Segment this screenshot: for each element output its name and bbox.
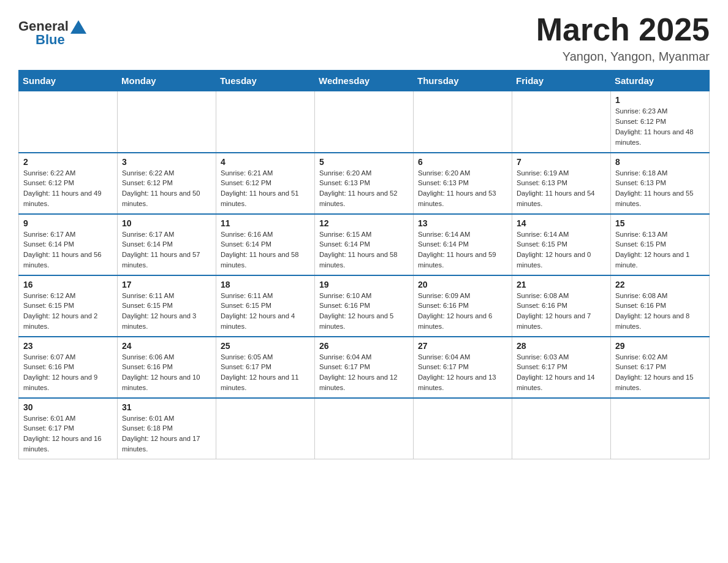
day-info: Sunrise: 6:21 AM Sunset: 6:12 PM Dayligh… [221, 168, 310, 209]
week-row-5: 23Sunrise: 6:07 AM Sunset: 6:16 PM Dayli… [19, 337, 710, 398]
calendar-cell: 28Sunrise: 6:03 AM Sunset: 6:17 PM Dayli… [512, 337, 611, 398]
calendar-cell [315, 91, 414, 153]
day-header-saturday: Saturday [611, 71, 710, 91]
calendar-cell: 17Sunrise: 6:11 AM Sunset: 6:15 PM Dayli… [118, 275, 216, 337]
calendar-cell: 24Sunrise: 6:06 AM Sunset: 6:16 PM Dayli… [118, 337, 216, 398]
day-number: 28 [517, 341, 606, 351]
week-row-2: 2Sunrise: 6:22 AM Sunset: 6:12 PM Daylig… [19, 153, 710, 214]
calendar-cell [216, 398, 315, 459]
day-info: Sunrise: 6:14 AM Sunset: 6:15 PM Dayligh… [517, 229, 606, 270]
day-number: 31 [122, 402, 211, 412]
day-number: 8 [615, 157, 705, 167]
calendar-cell: 19Sunrise: 6:10 AM Sunset: 6:16 PM Dayli… [315, 275, 414, 337]
week-row-6: 30Sunrise: 6:01 AM Sunset: 6:17 PM Dayli… [19, 398, 710, 459]
day-info: Sunrise: 6:22 AM Sunset: 6:12 PM Dayligh… [23, 168, 113, 209]
day-number: 1 [615, 95, 705, 105]
day-info: Sunrise: 6:19 AM Sunset: 6:13 PM Dayligh… [517, 168, 606, 209]
day-number: 4 [221, 157, 310, 167]
day-number: 21 [517, 280, 606, 289]
calendar-cell: 12Sunrise: 6:15 AM Sunset: 6:14 PM Dayli… [315, 214, 414, 275]
day-info: Sunrise: 6:15 AM Sunset: 6:14 PM Dayligh… [319, 229, 409, 270]
day-number: 22 [615, 280, 705, 289]
day-number: 13 [418, 218, 507, 228]
calendar-cell [19, 91, 118, 153]
calendar-subtitle: Yangon, Yangon, Myanmar [536, 50, 710, 64]
day-header-wednesday: Wednesday [315, 71, 414, 91]
calendar-cell: 22Sunrise: 6:08 AM Sunset: 6:16 PM Dayli… [611, 275, 710, 337]
day-info: Sunrise: 6:04 AM Sunset: 6:17 PM Dayligh… [319, 352, 409, 393]
day-info: Sunrise: 6:17 AM Sunset: 6:14 PM Dayligh… [122, 229, 211, 270]
day-info: Sunrise: 6:20 AM Sunset: 6:13 PM Dayligh… [319, 168, 409, 209]
day-info: Sunrise: 6:23 AM Sunset: 6:12 PM Dayligh… [615, 106, 705, 147]
calendar-cell: 14Sunrise: 6:14 AM Sunset: 6:15 PM Dayli… [512, 214, 611, 275]
calendar-cell: 10Sunrise: 6:17 AM Sunset: 6:14 PM Dayli… [118, 214, 216, 275]
day-number: 23 [23, 341, 113, 351]
day-info: Sunrise: 6:04 AM Sunset: 6:17 PM Dayligh… [418, 352, 507, 393]
calendar-cell [216, 91, 315, 153]
calendar-cell: 6Sunrise: 6:20 AM Sunset: 6:13 PM Daylig… [414, 153, 512, 214]
calendar-cell: 31Sunrise: 6:01 AM Sunset: 6:18 PM Dayli… [118, 398, 216, 459]
calendar-cell [414, 91, 512, 153]
calendar-cell: 13Sunrise: 6:14 AM Sunset: 6:14 PM Dayli… [414, 214, 512, 275]
calendar-cell: 25Sunrise: 6:05 AM Sunset: 6:17 PM Dayli… [216, 337, 315, 398]
day-info: Sunrise: 6:10 AM Sunset: 6:16 PM Dayligh… [319, 291, 409, 332]
week-row-1: 1Sunrise: 6:23 AM Sunset: 6:12 PM Daylig… [19, 91, 710, 153]
calendar-cell: 7Sunrise: 6:19 AM Sunset: 6:13 PM Daylig… [512, 153, 611, 214]
day-number: 16 [23, 280, 113, 289]
day-number: 11 [221, 218, 310, 228]
day-number: 7 [517, 157, 606, 167]
calendar-cell [414, 398, 512, 459]
calendar-cell: 20Sunrise: 6:09 AM Sunset: 6:16 PM Dayli… [414, 275, 512, 337]
day-number: 9 [23, 218, 113, 228]
day-info: Sunrise: 6:18 AM Sunset: 6:13 PM Dayligh… [615, 168, 705, 209]
calendar-cell: 15Sunrise: 6:13 AM Sunset: 6:15 PM Dayli… [611, 214, 710, 275]
day-headers-row: SundayMondayTuesdayWednesdayThursdayFrid… [19, 71, 710, 91]
day-header-thursday: Thursday [414, 71, 512, 91]
day-number: 14 [517, 218, 606, 228]
day-header-monday: Monday [118, 71, 216, 91]
calendar-cell [315, 398, 414, 459]
day-number: 15 [615, 218, 705, 228]
title-area: March 2025 Yangon, Yangon, Myanmar [536, 12, 710, 64]
day-info: Sunrise: 6:20 AM Sunset: 6:13 PM Dayligh… [418, 168, 507, 209]
calendar-cell: 16Sunrise: 6:12 AM Sunset: 6:15 PM Dayli… [19, 275, 118, 337]
day-number: 30 [23, 402, 113, 412]
day-header-friday: Friday [512, 71, 611, 91]
day-number: 20 [418, 280, 507, 289]
day-number: 10 [122, 218, 211, 228]
day-info: Sunrise: 6:22 AM Sunset: 6:12 PM Dayligh… [122, 168, 211, 209]
calendar-cell: 5Sunrise: 6:20 AM Sunset: 6:13 PM Daylig… [315, 153, 414, 214]
calendar-cell: 11Sunrise: 6:16 AM Sunset: 6:14 PM Dayli… [216, 214, 315, 275]
week-row-3: 9Sunrise: 6:17 AM Sunset: 6:14 PM Daylig… [19, 214, 710, 275]
day-number: 3 [122, 157, 211, 167]
day-info: Sunrise: 6:08 AM Sunset: 6:16 PM Dayligh… [517, 291, 606, 332]
calendar-cell: 8Sunrise: 6:18 AM Sunset: 6:13 PM Daylig… [611, 153, 710, 214]
header: General Blue March 2025 Yangon, Yangon, … [18, 12, 710, 64]
logo: General Blue [18, 12, 86, 48]
logo-triangle-icon [70, 20, 86, 34]
calendar-title: March 2025 [536, 12, 710, 47]
day-info: Sunrise: 6:16 AM Sunset: 6:14 PM Dayligh… [221, 229, 310, 270]
day-number: 29 [615, 341, 705, 351]
calendar-cell: 1Sunrise: 6:23 AM Sunset: 6:12 PM Daylig… [611, 91, 710, 153]
calendar-cell: 27Sunrise: 6:04 AM Sunset: 6:17 PM Dayli… [414, 337, 512, 398]
day-number: 24 [122, 341, 211, 351]
day-number: 2 [23, 157, 113, 167]
day-info: Sunrise: 6:05 AM Sunset: 6:17 PM Dayligh… [221, 352, 310, 393]
calendar-cell: 21Sunrise: 6:08 AM Sunset: 6:16 PM Dayli… [512, 275, 611, 337]
day-number: 19 [319, 280, 409, 289]
calendar-cell [118, 91, 216, 153]
day-number: 17 [122, 280, 211, 289]
calendar-cell: 23Sunrise: 6:07 AM Sunset: 6:16 PM Dayli… [19, 337, 118, 398]
day-info: Sunrise: 6:01 AM Sunset: 6:17 PM Dayligh… [23, 413, 113, 454]
day-info: Sunrise: 6:17 AM Sunset: 6:14 PM Dayligh… [23, 229, 113, 270]
calendar-cell: 26Sunrise: 6:04 AM Sunset: 6:17 PM Dayli… [315, 337, 414, 398]
calendar-cell [611, 398, 710, 459]
day-header-tuesday: Tuesday [216, 71, 315, 91]
day-header-sunday: Sunday [19, 71, 118, 91]
day-info: Sunrise: 6:11 AM Sunset: 6:15 PM Dayligh… [122, 291, 211, 332]
calendar-cell: 9Sunrise: 6:17 AM Sunset: 6:14 PM Daylig… [19, 214, 118, 275]
day-number: 27 [418, 341, 507, 351]
calendar-cell: 30Sunrise: 6:01 AM Sunset: 6:17 PM Dayli… [19, 398, 118, 459]
day-info: Sunrise: 6:09 AM Sunset: 6:16 PM Dayligh… [418, 291, 507, 332]
